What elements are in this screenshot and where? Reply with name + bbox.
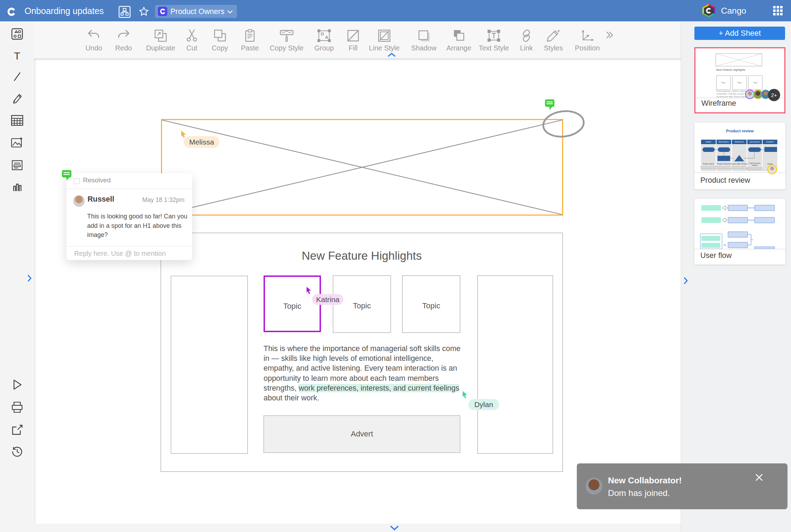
svg-text:What problems does it help: What problems does it help (701, 168, 716, 169)
svg-text:the product better? What steps: the product better? What steps (746, 169, 763, 170)
svg-text:Product Name: Product Name (703, 163, 714, 165)
svg-text:the product? What functions,: the product? What functions, (716, 168, 732, 169)
svg-text:What issues lie within this: What issues lie within this (732, 166, 747, 168)
svg-text:Weaknesses: Weaknesses (735, 141, 744, 143)
svg-text:What are the main features of: What are the main features of (715, 166, 732, 168)
svg-text:Issues within Product: Issues within Product (731, 163, 748, 165)
svg-text:Topic: Topic (721, 82, 726, 84)
svg-text:Main Features: Main Features (719, 141, 729, 143)
svg-text:Ideation: Ideation (706, 141, 712, 143)
svg-text:Topic: Topic (737, 82, 742, 84)
svg-text:product that users dislike mos: product that users dislike most? (730, 168, 748, 169)
svg-text:What improvements will make: What improvements will make (746, 167, 763, 169)
svg-text:Product review: Product review (726, 129, 754, 133)
svg-text:needed: needed (752, 164, 758, 166)
svg-text:Product Features: Product Features (717, 163, 731, 165)
svg-text:Why was the product created?: Why was the product created? (700, 166, 717, 168)
svg-text:Improvements: Improvements (750, 141, 760, 143)
svg-text:Evaluation: Evaluation (766, 141, 774, 143)
svg-text:New Feature Highlights: New Feature Highlights (716, 68, 745, 71)
svg-text:Topic: Topic (753, 82, 757, 84)
